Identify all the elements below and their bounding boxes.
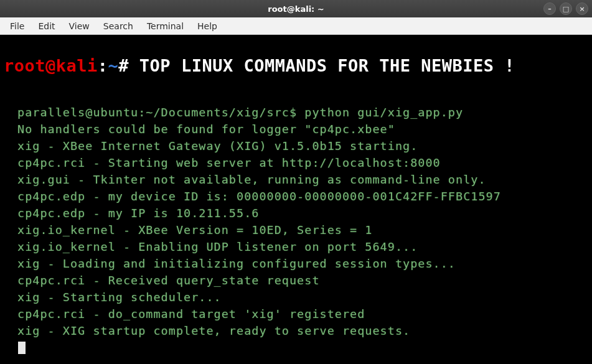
prompt-user-host: root@kali bbox=[4, 56, 98, 75]
maximize-button[interactable]: □ bbox=[560, 2, 572, 15]
output-line: xig - XBee Internet Gateway (XIG) v1.5.0… bbox=[17, 139, 418, 152]
menu-file[interactable]: File bbox=[4, 19, 31, 34]
prompt-colon: : bbox=[98, 56, 108, 75]
output-line: No handlers could be found for logger "c… bbox=[17, 123, 395, 136]
output-line: cp4pc.rci - Received query_state request bbox=[17, 274, 320, 287]
output-line: cp4pc.edp - my device ID is: 00000000-00… bbox=[17, 190, 501, 203]
output-line: cp4pc.rci - Starting web server at http:… bbox=[17, 156, 441, 169]
maximize-icon: □ bbox=[563, 5, 569, 13]
output-line: xig - XIG startup complete, ready to ser… bbox=[17, 324, 410, 337]
terminal-cursor bbox=[18, 342, 26, 354]
menubar: File Edit View Search Terminal Help bbox=[0, 17, 592, 35]
minimize-icon: – bbox=[548, 5, 552, 13]
output-line: xig - Starting scheduler... bbox=[17, 291, 222, 304]
close-icon: × bbox=[579, 5, 585, 13]
output-line: xig.io_kernel - Enabling UDP listener on… bbox=[17, 240, 418, 253]
menu-search[interactable]: Search bbox=[97, 19, 139, 34]
close-button[interactable]: × bbox=[576, 2, 588, 15]
output-line: xig.gui - Tkinter not available, running… bbox=[17, 173, 486, 186]
output-line: xig - Loading and initializing configure… bbox=[17, 257, 456, 270]
output-line: parallels@ubuntu:~/Documents/xig/src$ py… bbox=[17, 106, 463, 119]
prompt-command: TOP LINUX COMMANDS FOR THE NEWBIES ! bbox=[139, 56, 515, 75]
output-line: cp4pc.rci - do_command target 'xig' regi… bbox=[17, 307, 365, 320]
output-line: cp4pc.edp - my IP is 10.211.55.6 bbox=[17, 207, 259, 220]
menu-help[interactable]: Help bbox=[191, 19, 223, 34]
window-controls: – □ × bbox=[543, 2, 588, 15]
prompt-path: ~ bbox=[108, 56, 119, 75]
prompt-line: root@kali:~# TOP LINUX COMMANDS FOR THE … bbox=[0, 35, 592, 75]
prompt-symbol: # bbox=[118, 56, 139, 75]
menu-terminal[interactable]: Terminal bbox=[141, 19, 190, 34]
menu-edit[interactable]: Edit bbox=[32, 19, 61, 34]
output-line: xig.io_kernel - XBee Version = 10ED, Ser… bbox=[17, 223, 372, 236]
window-titlebar: root@kali: ~ – □ × bbox=[0, 0, 592, 17]
minimize-button[interactable]: – bbox=[543, 2, 556, 15]
terminal-output: parallels@ubuntu:~/Documents/xig/src$ py… bbox=[0, 75, 592, 356]
menu-view[interactable]: View bbox=[63, 19, 96, 34]
window-title: root@kali: ~ bbox=[268, 4, 324, 14]
terminal-body[interactable]: root@kali:~# TOP LINUX COMMANDS FOR THE … bbox=[0, 35, 592, 364]
